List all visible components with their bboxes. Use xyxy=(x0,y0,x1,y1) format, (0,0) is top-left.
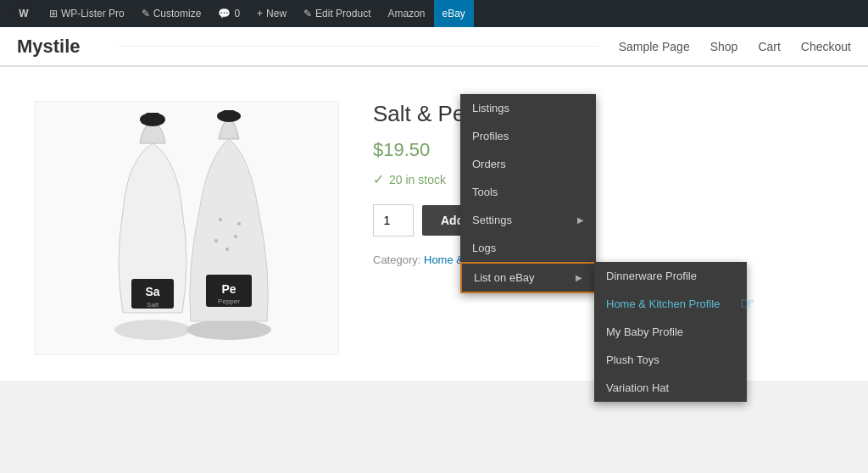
site-title[interactable]: Mystile xyxy=(17,36,81,58)
customize-icon: ✎ xyxy=(142,8,150,19)
svg-rect-8 xyxy=(223,110,235,119)
edit-product-item[interactable]: ✎ Edit Product xyxy=(295,0,379,27)
product-stock: ✓ 20 in stock xyxy=(373,171,834,187)
product-title: Salt & Pepper Sha xyxy=(373,101,834,127)
svg-text:Pe: Pe xyxy=(221,282,236,296)
svg-rect-2 xyxy=(146,113,159,121)
ebay-item[interactable]: eBay xyxy=(434,0,474,27)
wp-lister-label: WP-Lister Pro xyxy=(61,8,125,19)
plugin-icon: ⊞ xyxy=(49,8,58,19)
top-navigation: Mystile Sample Page Shop Cart Checkout xyxy=(0,27,868,66)
menu-listings[interactable]: Listings xyxy=(460,94,596,122)
category-label: Category: xyxy=(373,253,420,266)
add-to-cart-row: Add to cart xyxy=(373,204,834,236)
amazon-item[interactable]: Amazon xyxy=(379,0,433,27)
menu-list-on-ebay[interactable]: List on eBay ▶ Dinnerware Profile Home &… xyxy=(460,262,596,293)
new-label: New xyxy=(266,8,287,19)
ebay-dropdown: Listings Profiles Orders Tools Settings … xyxy=(460,94,596,293)
svg-point-15 xyxy=(214,239,218,242)
new-item[interactable]: + New xyxy=(248,0,295,27)
svg-point-0 xyxy=(114,320,191,340)
customize-item[interactable]: ✎ Customize xyxy=(133,0,210,27)
svg-point-12 xyxy=(219,218,222,221)
svg-point-6 xyxy=(186,320,271,340)
nav-checkout[interactable]: Checkout xyxy=(801,36,851,57)
submenu-dinnerware[interactable]: Dinnerware Profile xyxy=(594,262,747,290)
nav-shop[interactable]: Shop xyxy=(710,36,738,57)
nav-cart[interactable]: Cart xyxy=(758,36,780,57)
comments-count: 0 xyxy=(234,8,240,19)
list-on-ebay-arrow-icon: ▶ xyxy=(576,273,582,282)
stock-check-icon: ✓ xyxy=(373,171,384,187)
wp-lister-pro-item[interactable]: ⊞ WP-Lister Pro xyxy=(41,0,133,27)
list-on-ebay-submenu: Dinnerware Profile Home & Kitchen Profil… xyxy=(594,262,747,402)
edit-icon: ✎ xyxy=(303,8,312,19)
menu-orders[interactable]: Orders xyxy=(460,150,596,178)
menu-tools[interactable]: Tools xyxy=(460,178,596,206)
amazon-label: Amazon xyxy=(387,8,425,19)
svg-text:Sa: Sa xyxy=(145,285,159,298)
comments-item[interactable]: 💬 0 xyxy=(209,0,248,27)
quantity-input[interactable] xyxy=(373,204,414,236)
wp-logo-item[interactable]: W xyxy=(7,0,41,27)
settings-arrow-icon: ▶ xyxy=(577,215,584,225)
submenu-my-baby[interactable]: My Baby Profile xyxy=(594,318,747,346)
menu-settings[interactable]: Settings ▶ xyxy=(460,206,596,234)
svg-point-16 xyxy=(237,222,241,225)
svg-text:Pepper: Pepper xyxy=(218,298,240,305)
menu-profiles[interactable]: Profiles xyxy=(460,122,596,150)
new-icon: + xyxy=(257,8,263,19)
svg-point-14 xyxy=(225,248,229,251)
ebay-label: eBay xyxy=(442,8,465,19)
wp-logo-icon: W xyxy=(15,5,32,22)
product-svg: Sa Salt Pe Pepper xyxy=(51,109,322,347)
svg-point-13 xyxy=(234,235,237,238)
edit-product-label: Edit Product xyxy=(315,8,370,19)
nav-sample-page[interactable]: Sample Page xyxy=(619,36,690,57)
product-price: $19.50 xyxy=(373,139,834,161)
submenu-variation-hat[interactable]: Variation Hat xyxy=(594,374,747,402)
svg-text:Salt: Salt xyxy=(147,301,159,309)
ebay-dropdown-menu: Listings Profiles Orders Tools Settings … xyxy=(460,94,596,293)
product-image: Sa Salt Pe Pepper xyxy=(34,101,339,355)
submenu-plush-toys[interactable]: Plush Toys xyxy=(594,346,747,374)
main-content: Sa Salt Pe Pepper xyxy=(0,67,868,381)
customize-label: Customize xyxy=(153,8,202,19)
comments-icon: 💬 xyxy=(218,8,231,19)
menu-logs[interactable]: Logs xyxy=(460,234,596,262)
admin-bar: W ⊞ WP-Lister Pro ✎ Customize 💬 0 + New … xyxy=(0,0,868,27)
stock-label: 20 in stock xyxy=(389,173,446,186)
submenu-home-kitchen[interactable]: Home & Kitchen Profile ☞ xyxy=(594,290,747,318)
